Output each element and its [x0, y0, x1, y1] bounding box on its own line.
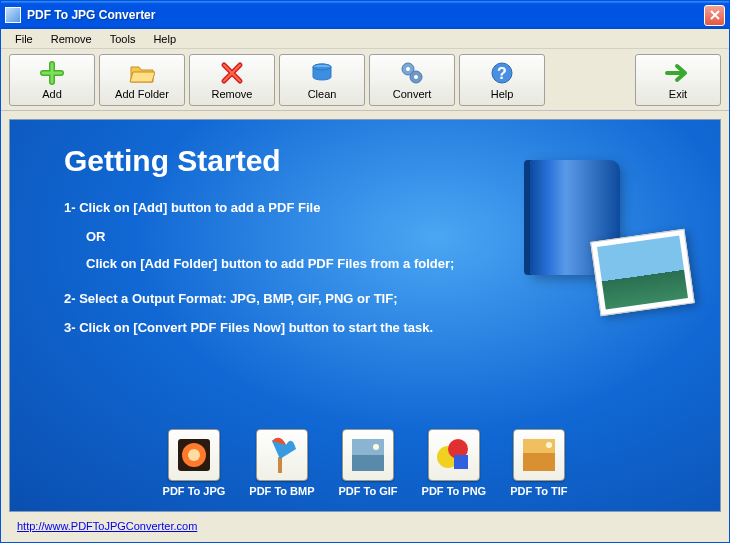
content-area: Getting Started 1- Click on [Add] button… [1, 111, 729, 542]
bmp-icon [256, 429, 308, 481]
pdf-to-gif-button[interactable]: PDF To GIF [339, 429, 398, 497]
close-button[interactable] [704, 5, 725, 26]
pdf-to-bmp-button[interactable]: PDF To BMP [249, 429, 314, 497]
svg-point-10 [188, 449, 200, 461]
toolbar: Add Add Folder Remove Clean Convert [1, 49, 729, 111]
png-icon [428, 429, 480, 481]
window-title: PDF To JPG Converter [27, 8, 704, 22]
app-window: PDF To JPG Converter File Remove Tools H… [0, 0, 730, 543]
pdf-to-png-button[interactable]: PDF To PNG [422, 429, 487, 497]
help-button[interactable]: ? Help [459, 54, 545, 106]
menu-tools[interactable]: Tools [102, 31, 144, 47]
close-icon [710, 10, 720, 20]
svg-rect-13 [352, 455, 384, 471]
decorative-graphic [530, 160, 690, 310]
add-icon [39, 60, 65, 86]
svg-point-14 [373, 444, 379, 450]
svg-rect-11 [278, 457, 282, 473]
add-button[interactable]: Add [9, 54, 95, 106]
clean-icon [309, 60, 335, 86]
website-link[interactable]: http://www.PDFToJPGConverter.com [17, 520, 197, 532]
app-icon [5, 7, 21, 23]
remove-button[interactable]: Remove [189, 54, 275, 106]
svg-point-5 [414, 75, 418, 79]
titlebar: PDF To JPG Converter [1, 1, 729, 29]
pdf-to-tif-button[interactable]: PDF To TIF [510, 429, 567, 497]
photo-icon [590, 229, 695, 316]
step-3: 3- Click on [Convert PDF Files Now] butt… [64, 320, 680, 335]
folder-icon [129, 60, 155, 86]
menu-file[interactable]: File [7, 31, 41, 47]
format-buttons: PDF To JPG PDF To BMP PDF To GIF [10, 429, 720, 497]
footer: http://www.PDFToJPGConverter.com [9, 518, 721, 534]
menu-remove[interactable]: Remove [43, 31, 100, 47]
help-icon: ? [489, 60, 515, 86]
menubar: File Remove Tools Help [1, 29, 729, 49]
tif-icon [513, 429, 565, 481]
exit-button[interactable]: Exit [635, 54, 721, 106]
add-folder-button[interactable]: Add Folder [99, 54, 185, 106]
exit-icon [665, 60, 691, 86]
svg-point-20 [546, 442, 552, 448]
svg-point-4 [406, 67, 410, 71]
gif-icon [342, 429, 394, 481]
remove-icon [219, 60, 245, 86]
convert-icon [399, 60, 425, 86]
svg-rect-17 [454, 455, 468, 469]
convert-button[interactable]: Convert [369, 54, 455, 106]
pdf-to-jpg-button[interactable]: PDF To JPG [163, 429, 226, 497]
clean-button[interactable]: Clean [279, 54, 365, 106]
getting-started-panel: Getting Started 1- Click on [Add] button… [9, 119, 721, 512]
jpg-icon [168, 429, 220, 481]
menu-help[interactable]: Help [145, 31, 184, 47]
svg-text:?: ? [497, 65, 507, 82]
